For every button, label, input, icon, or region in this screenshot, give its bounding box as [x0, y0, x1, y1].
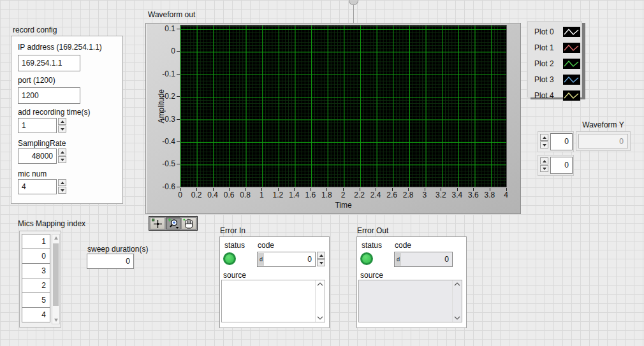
- chevron-down-icon[interactable]: [317, 316, 323, 320]
- error-out-status-label: status: [362, 241, 382, 250]
- radix-badge[interactable]: d: [258, 253, 264, 266]
- port-input[interactable]: [18, 87, 80, 104]
- down-arrow-icon: [61, 189, 64, 192]
- up-arrow-icon: [61, 120, 64, 123]
- decrement-button[interactable]: [317, 259, 325, 266]
- increment-button[interactable]: [58, 148, 66, 155]
- x-tick-label: 2.6: [386, 191, 397, 199]
- x-tick-label: 3.8: [485, 191, 495, 199]
- error-in-code-label: code: [258, 241, 274, 250]
- sampling-rate-label: SamplingRate: [18, 139, 66, 148]
- increment-button[interactable]: [540, 157, 548, 164]
- plot-line-sample-icon: [563, 75, 580, 85]
- error-in-code-field[interactable]: d 0: [257, 252, 316, 267]
- error-in-code-value: 0: [307, 252, 312, 266]
- add-recording-time-input[interactable]: 1: [18, 118, 57, 133]
- radix-badge: d: [395, 253, 401, 266]
- ip-address-input[interactable]: [18, 55, 80, 71]
- increment-button[interactable]: [58, 118, 66, 125]
- chevron-down-icon[interactable]: [454, 316, 460, 320]
- graph-title: Waveform out: [148, 10, 195, 19]
- sampling-rate-input[interactable]: 48000: [18, 148, 57, 164]
- index-control-1: 0: [538, 155, 574, 176]
- error-in-source-box[interactable]: [221, 280, 325, 322]
- plot-line-sample-icon: [563, 59, 580, 69]
- port-label: port (1200): [18, 76, 55, 85]
- legend-row[interactable]: Plot 1: [528, 40, 582, 55]
- up-arrow-icon: [319, 254, 323, 257]
- zoom-tool-button[interactable]: [166, 217, 181, 229]
- mic-num-input[interactable]: 4: [18, 179, 57, 194]
- up-arrow-icon: [543, 136, 546, 139]
- y-tickmark: [177, 29, 180, 29]
- x-tick-label: 0.8: [240, 191, 251, 199]
- legend-row[interactable]: Plot 2: [528, 55, 582, 71]
- decrement-button[interactable]: [540, 141, 548, 148]
- decrement-button[interactable]: [58, 126, 66, 133]
- source-scrollbar[interactable]: [315, 280, 325, 322]
- error-in-code-spinner: [317, 252, 325, 266]
- x-tick-label: 0.4: [207, 191, 218, 199]
- y-tick-label: 0: [146, 46, 175, 56]
- pane-splitter-line: [353, 5, 354, 23]
- sweep-duration-label: sweep duration(s): [87, 245, 148, 254]
- record-config-label: record config: [13, 25, 57, 34]
- index-0-spinner: [540, 134, 548, 148]
- add-recording-time-label: add recording time(s): [18, 108, 90, 117]
- waveform-y-label: Waveform Y: [576, 120, 631, 129]
- error-out-code-field: d 0: [394, 252, 453, 267]
- chevron-up-icon[interactable]: [317, 282, 323, 286]
- mic-num-label: mic num: [18, 169, 47, 178]
- index-1-value[interactable]: 0: [550, 157, 573, 174]
- scrollbar-thumb[interactable]: [53, 243, 59, 306]
- x-tick-label: 1.6: [305, 191, 316, 199]
- error-out-source-box: [358, 280, 462, 322]
- legend-row[interactable]: Plot 0: [528, 24, 582, 40]
- decrement-button[interactable]: [58, 187, 66, 194]
- down-arrow-icon: [61, 159, 64, 161]
- x-tick-label: 1.2: [272, 191, 283, 199]
- sampling-rate-spinner: [58, 148, 66, 163]
- index-0-value[interactable]: 0: [550, 133, 573, 150]
- error-out-label: Error Out: [357, 226, 388, 235]
- cursor-move-tool-button[interactable]: [150, 217, 165, 229]
- x-tick-label: 1.4: [289, 191, 300, 199]
- mic-index-cell[interactable]: 2: [22, 278, 50, 293]
- chevron-up-icon[interactable]: [454, 282, 460, 286]
- graph-palette: [149, 216, 198, 231]
- mic-index-cell[interactable]: 5: [22, 292, 50, 308]
- index-control-0: 0: [538, 131, 574, 152]
- pan-tool-button[interactable]: [181, 217, 196, 229]
- decrement-button[interactable]: [58, 156, 66, 163]
- legend-row[interactable]: Plot 3: [528, 71, 582, 87]
- mic-index-cell[interactable]: 1: [22, 234, 50, 249]
- increment-button[interactable]: [58, 179, 66, 186]
- scroll-down-button[interactable]: [52, 317, 59, 324]
- x-tick-label: 2.4: [370, 191, 381, 199]
- mic-index-cell[interactable]: 4: [22, 307, 50, 322]
- scroll-up-button[interactable]: [52, 234, 59, 241]
- mics-scrollbar[interactable]: [52, 234, 60, 324]
- up-arrow-icon: [543, 160, 546, 162]
- down-arrow-icon: [319, 262, 323, 264]
- legend-row[interactable]: Plot 4: [528, 87, 582, 103]
- error-in-status-led[interactable]: [223, 252, 236, 265]
- pane-splitter-handle[interactable]: [349, 0, 358, 5]
- plot-line-sample-icon: [563, 43, 580, 53]
- decrement-button[interactable]: [540, 165, 548, 172]
- mic-index-cell[interactable]: 0: [22, 249, 50, 264]
- mic-index-cell[interactable]: 3: [22, 263, 50, 278]
- increment-button[interactable]: [317, 252, 325, 259]
- x-tick-label: 0.6: [224, 191, 235, 199]
- increment-button[interactable]: [540, 134, 548, 141]
- x-tick-label: 3.4: [452, 191, 463, 199]
- y-tickmark: [177, 96, 180, 97]
- y-tick-label: -0.1: [146, 69, 175, 79]
- sweep-duration-input[interactable]: 0: [87, 254, 134, 269]
- source-scrollbar[interactable]: [452, 280, 462, 322]
- error-in-status-label: status: [224, 241, 245, 250]
- waveform-y-indicator: 0: [576, 131, 631, 151]
- magnifier-icon: [167, 218, 180, 229]
- down-arrow-icon: [543, 144, 546, 147]
- graph-plot-area[interactable]: [180, 25, 507, 187]
